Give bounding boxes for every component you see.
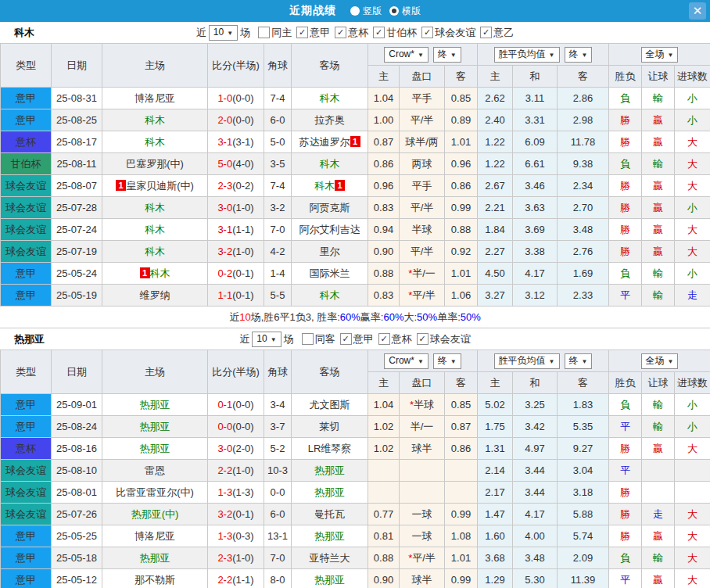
league-checkbox-意杯[interactable]: ✓ <box>378 333 390 345</box>
avg-odds-select[interactable]: 胜平负均值▼ <box>494 353 560 369</box>
final-odds-select[interactable]: 终▼ <box>433 353 461 369</box>
handicap-result-cell: 走 <box>642 504 675 525</box>
radio-vertical-label[interactable]: 竖版 <box>363 5 382 18</box>
handicap-value: 半球 <box>414 399 434 411</box>
same-venue-checkbox[interactable] <box>258 27 270 38</box>
goals-result-cell: 大 <box>675 219 710 241</box>
handicap-value: 半球 <box>412 224 432 235</box>
column-header-3: 比分(半场) <box>208 350 264 394</box>
goals-result-cell: 小 <box>675 197 710 219</box>
league-checkbox-意乙[interactable]: ✓ <box>480 27 492 38</box>
handicap-value: 平/半 <box>412 552 436 564</box>
league-checkbox-意甲[interactable]: ✓ <box>340 333 352 345</box>
final-odds-select-value: 终 <box>438 48 447 59</box>
column-header-2: 主场 <box>102 350 208 394</box>
home-team-cell: 博洛尼亚 <box>102 525 208 547</box>
red-card-badge: 1 <box>116 180 126 191</box>
match-row: 意甲25-09-01热那亚0-1(0-0)3-4尤文图斯1.04*半球0.855… <box>1 394 710 416</box>
league-cell: 意杯 <box>1 131 52 153</box>
league-checkbox-意甲[interactable]: ✓ <box>296 27 308 38</box>
result-value: 負 <box>620 158 630 170</box>
home-team-cell: 热那亚 <box>102 547 208 569</box>
league-checkbox-label: 意甲 <box>310 26 330 40</box>
corner-cell: 13-1 <box>264 525 292 547</box>
away-team-cell: 热那亚 <box>292 482 368 504</box>
date-cell: 25-08-07 <box>52 175 102 197</box>
games-count-select[interactable]: 10▼ <box>252 332 281 347</box>
scope-select[interactable]: 全场▼ <box>641 47 679 63</box>
handicap-result-cell <box>642 482 675 504</box>
avg-away-cell: 3.48 <box>558 219 609 241</box>
handicap-result-value: 輸 <box>653 399 663 411</box>
chevron-down-icon: ▼ <box>549 358 555 365</box>
goals-result-cell: 小 <box>675 109 710 131</box>
odds-home-cell: 1.02 <box>368 438 400 460</box>
fulltime-score: 0-0 <box>217 421 232 432</box>
away-team-cell: 曼托瓦 <box>292 504 368 525</box>
home-team-cell: 那不勒斯 <box>102 569 208 588</box>
sub-header-8: 进球数 <box>675 66 710 88</box>
odds-away-cell: 0.96 <box>445 153 478 175</box>
score-cell: 5-0(4-0) <box>208 153 264 175</box>
corner-cell: 0-0 <box>264 482 292 504</box>
date-cell: 25-05-19 <box>52 285 102 307</box>
match-row: 意甲25-05-25博洛尼亚1-3(0-3)13-1热那亚0.81一球1.081… <box>1 525 710 547</box>
radio-vertical[interactable] <box>350 6 360 16</box>
column-header-4: 角球 <box>264 350 292 394</box>
goals-result-value: 大 <box>687 552 697 564</box>
bookmaker-select[interactable]: Crow*▼ <box>384 47 429 63</box>
odds-away-cell <box>445 460 478 482</box>
score-cell: 3-0(2-0) <box>208 438 264 460</box>
sub-header-8: 进球数 <box>675 372 710 394</box>
odds-away-cell: 0.88 <box>445 219 478 241</box>
summary-part: 场,胜6平1负3, 胜率: <box>251 310 340 324</box>
odds-home-cell: 0.96 <box>368 175 400 197</box>
halftime-score: (0-1) <box>232 289 253 301</box>
radio-horizontal[interactable] <box>389 6 399 16</box>
avg-draw-cell: 3.69 <box>513 219 558 241</box>
away-team-name: 科木 <box>314 180 335 192</box>
red-card-badge: 1 <box>350 136 360 147</box>
handicap-result-value: 贏 <box>653 443 663 454</box>
result-cell: 勝 <box>609 525 642 547</box>
home-team-name: 维罗纳 <box>140 289 170 301</box>
fulltime-score: 1-3 <box>217 486 232 498</box>
away-team-name: 阿尔艾利吉达 <box>299 224 360 235</box>
scope-select[interactable]: 全场▼ <box>641 353 679 369</box>
halftime-score: (1-1) <box>232 574 253 586</box>
avg-odds-group: 胜平负均值▼终▼ <box>478 44 609 66</box>
final-avg-select[interactable]: 终▼ <box>565 47 593 63</box>
chevron-down-icon: ▼ <box>271 336 277 343</box>
close-button[interactable]: ✕ <box>689 2 706 20</box>
home-team-name: 雷恩 <box>145 464 165 476</box>
away-team-name: 阿贾克斯 <box>310 202 350 213</box>
bookmaker-select[interactable]: Crow*▼ <box>384 353 429 369</box>
same-venue-checkbox[interactable] <box>302 333 314 345</box>
goals-result-cell: 走 <box>675 285 710 307</box>
match-row: 意甲25-05-241科木0-2(0-1)1-4国际米兰0.88*半/一1.01… <box>1 263 710 285</box>
result-cell: 負 <box>609 153 642 175</box>
final-avg-select[interactable]: 终▼ <box>565 353 593 369</box>
radio-horizontal-label[interactable]: 横版 <box>402 5 421 18</box>
handicap-result-value: 贏 <box>653 574 663 586</box>
match-row: 意杯25-08-17科木3-1(3-1)5-0苏达迪罗尔10.87球半/两1.0… <box>1 131 710 153</box>
games-count-select[interactable]: 10▼ <box>209 25 238 41</box>
scope-group: 全场▼ <box>609 44 710 66</box>
away-team-cell: 莱切 <box>292 416 368 438</box>
avg-odds-select[interactable]: 胜平负均值▼ <box>494 47 560 63</box>
chevron-down-icon: ▼ <box>418 52 424 59</box>
league-cell: 球会友谊 <box>1 219 52 241</box>
result-cell: 勝 <box>609 438 642 460</box>
league-checkbox-意杯[interactable]: ✓ <box>335 27 346 38</box>
league-checkbox-球会友谊[interactable]: ✓ <box>421 27 433 38</box>
date-cell: 25-05-24 <box>52 263 102 285</box>
league-checkbox-球会友谊[interactable]: ✓ <box>417 333 429 345</box>
away-team-name: 里尔 <box>320 246 340 257</box>
handicap-value: 两球 <box>412 158 432 170</box>
league-cell: 甘伯杯 <box>1 153 52 175</box>
handicap-cell: 半球 <box>400 219 445 241</box>
home-team-cell: 科木 <box>102 131 208 153</box>
handicap-value: 球半 <box>412 443 432 454</box>
final-odds-select[interactable]: 终▼ <box>433 47 461 63</box>
league-checkbox-甘伯杯[interactable]: ✓ <box>373 27 385 38</box>
